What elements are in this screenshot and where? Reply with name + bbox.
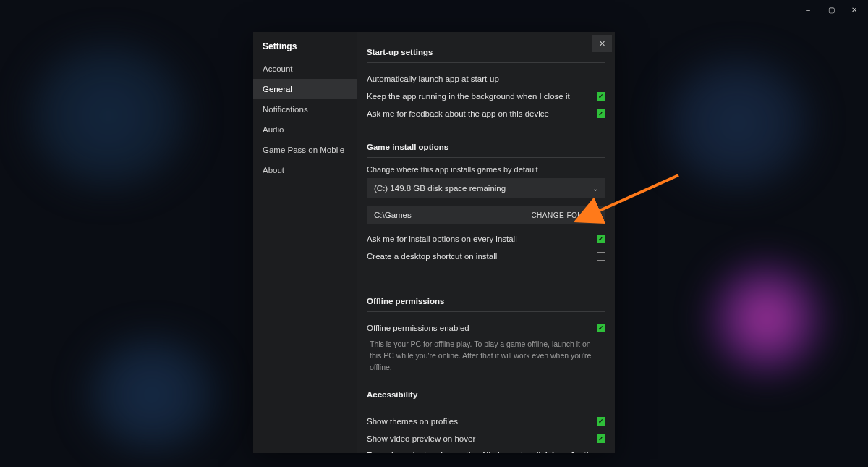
accessibility-row-video-preview: Show video preview on hover bbox=[367, 430, 605, 447]
setting-label: Show video preview on hover bbox=[367, 434, 475, 443]
offline-row-enabled: Offline permissions enabled bbox=[367, 319, 605, 337]
section-heading-accessibility: Accessibility bbox=[367, 386, 605, 399]
section-heading-startup: Start-up settings bbox=[367, 43, 605, 56]
divider bbox=[367, 62, 605, 63]
folder-path-label: C:\Games bbox=[374, 211, 412, 219]
setting-label: Offline permissions enabled bbox=[367, 324, 469, 332]
sidebar-item-general[interactable]: General bbox=[253, 79, 357, 99]
setting-label: Keep the app running in the background w… bbox=[367, 92, 570, 101]
change-folder-button[interactable]: CHANGE FOLDER bbox=[531, 211, 598, 219]
minimize-button[interactable]: – bbox=[800, 3, 816, 16]
checkbox-ask-options[interactable] bbox=[597, 235, 605, 243]
sidebar-item-about[interactable]: About bbox=[253, 160, 357, 180]
divider bbox=[367, 311, 605, 312]
startup-row-auto-launch: Automatically launch app at start-up bbox=[367, 70, 605, 88]
checkbox-background[interactable] bbox=[597, 92, 605, 101]
maximize-button[interactable]: ▢ bbox=[823, 3, 839, 16]
checkbox-themes[interactable] bbox=[597, 417, 605, 426]
modal-close-button[interactable]: ✕ bbox=[592, 35, 612, 52]
chevron-down-icon: ⌄ bbox=[592, 185, 598, 193]
section-heading-offline: Offline permissions bbox=[367, 293, 605, 306]
setting-label: Ask me for feedback about the app on thi… bbox=[367, 109, 549, 118]
settings-sidebar: Settings Account General Notifications A… bbox=[253, 32, 357, 453]
drive-selected-label: (C:) 149.8 GB disk space remaining bbox=[374, 184, 506, 193]
setting-label: Show themes on profiles bbox=[367, 417, 458, 426]
install-change-desc: Change where this app installs games by … bbox=[367, 165, 605, 174]
setting-label: Ask me for install options on every inst… bbox=[367, 235, 517, 243]
checkbox-offline-enabled[interactable] bbox=[597, 324, 605, 332]
install-row-desktop-shortcut: Create a desktop shortcut on install bbox=[367, 248, 605, 265]
setting-label: Create a desktop shortcut on install bbox=[367, 252, 497, 261]
divider bbox=[367, 157, 605, 158]
settings-main-panel: ✕ Start-up settings Automatically launch… bbox=[357, 32, 615, 453]
settings-modal: Settings Account General Notifications A… bbox=[253, 32, 615, 453]
checkbox-feedback[interactable] bbox=[597, 109, 605, 118]
accessibility-row-themes: Show themes on profiles bbox=[367, 413, 605, 430]
accessibility-scale-link[interactable]: To scale up text and any other UI elemen… bbox=[367, 450, 605, 453]
startup-row-background: Keep the app running in the background w… bbox=[367, 88, 605, 105]
drive-dropdown[interactable]: (C:) 149.8 GB disk space remaining ⌄ bbox=[367, 178, 605, 198]
offline-helper-text: This is your PC for offline play. To pla… bbox=[367, 337, 605, 377]
settings-title: Settings bbox=[253, 32, 357, 59]
checkbox-video-preview[interactable] bbox=[597, 434, 605, 443]
window-close-button[interactable]: ✕ bbox=[846, 3, 862, 16]
section-heading-install: Game install options bbox=[367, 138, 605, 151]
window-controls: – ▢ ✕ bbox=[794, 0, 868, 19]
folder-row: C:\Games CHANGE FOLDER bbox=[367, 206, 605, 224]
sidebar-item-gamepass-mobile[interactable]: Game Pass on Mobile bbox=[253, 140, 357, 160]
divider bbox=[367, 405, 605, 405]
sidebar-item-account[interactable]: Account bbox=[253, 59, 357, 79]
startup-row-feedback: Ask me for feedback about the app on thi… bbox=[367, 105, 605, 122]
checkbox-auto-launch[interactable] bbox=[597, 75, 605, 83]
install-row-ask-options: Ask me for install options on every inst… bbox=[367, 230, 605, 248]
setting-label: Automatically launch app at start-up bbox=[367, 75, 499, 83]
sidebar-item-notifications[interactable]: Notifications bbox=[253, 99, 357, 119]
sidebar-item-audio[interactable]: Audio bbox=[253, 119, 357, 140]
checkbox-desktop-shortcut[interactable] bbox=[597, 252, 605, 261]
